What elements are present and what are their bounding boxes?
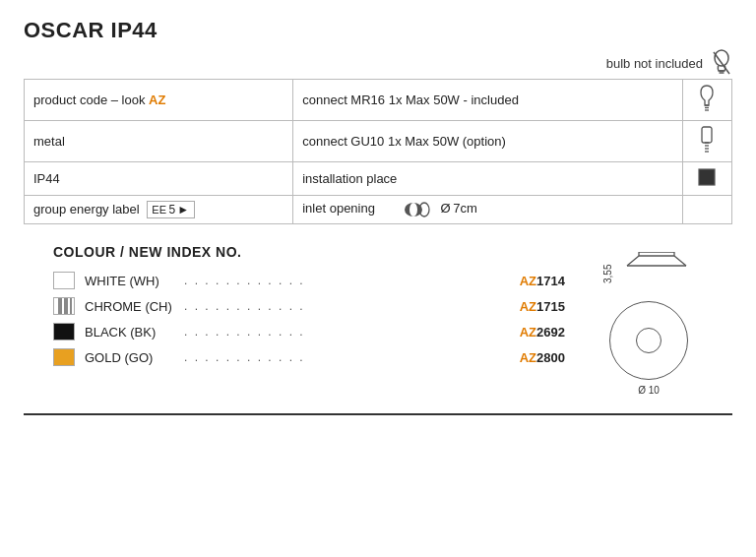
row2-value: connect GU10 1x Max 50W (option) [293,121,682,162]
energy-ee: EE [152,204,166,216]
product-title: OSCAR IP44 [24,18,732,43]
diagram-circle [609,301,688,380]
row1-label-prefix: product code – look [33,93,149,107]
row4-value-text: inlet opening [302,201,375,216]
colours-title: COLOUR / NEW INDEX NO. [53,244,565,260]
colour-number: 2800 [536,350,565,365]
diagram-top: 3,55 [602,244,696,283]
row3-label: IP44 [25,162,293,196]
energy-arrow: ► [177,203,189,217]
row1-label-az: AZ [149,93,165,107]
colour-swatch [53,323,75,340]
colour-number: 1714 [536,274,565,288]
colour-rows: WHITE (WH). . . . . . . . . . . .AZ1714C… [53,272,565,366]
colours-left: COLOUR / NEW INDEX NO. WHITE (WH). . . .… [53,244,565,374]
colour-number: 2692 [536,325,565,340]
colour-name: CHROME (CH) [85,299,178,314]
colour-name: BLACK (BK) [85,325,178,340]
energy-number: 5 [168,203,175,217]
row4-icon [682,196,731,224]
colours-section: COLOUR / NEW INDEX NO. WHITE (WH). . . .… [24,244,732,396]
row4-opening-icon [404,201,437,216]
bulb-not-included-label: bulb not included [606,56,703,71]
colour-name: GOLD (GO) [85,350,178,365]
colour-code: AZ2800 [520,350,565,365]
table-row: group energy label EE 5 ► inlet opening [25,196,732,224]
colour-az: AZ [520,350,536,365]
diagram-top-svg [617,252,696,281]
row1-icon [682,80,731,121]
svg-rect-7 [702,127,712,143]
colour-row: BLACK (BK). . . . . . . . . . . .AZ2692 [53,323,565,340]
colour-az: AZ [520,274,536,288]
svg-rect-12 [699,169,715,185]
colour-swatch [53,297,75,315]
colour-swatch [53,348,75,366]
colour-row: GOLD (GO). . . . . . . . . . . .AZ2800 [53,348,565,366]
svg-line-19 [674,256,686,266]
row4-value: inlet opening Ø 7cm [293,196,682,224]
colour-code: AZ1714 [520,274,565,288]
table-row: metal connect GU10 1x Max 50W (option) [25,121,732,162]
row4-label-prefix: group energy label [33,202,140,217]
colour-az: AZ [520,325,536,340]
row3-icon [682,162,731,196]
spec-table: product code – look AZ connect MR16 1x M… [24,79,732,224]
colour-code: AZ1715 [520,299,565,314]
bulb-not-included-icon [711,49,732,77]
row2-icon [682,121,731,162]
row3-value: installation place [293,162,682,196]
colour-dots: . . . . . . . . . . . . [184,350,514,364]
colour-name: WHITE (WH) [85,274,178,288]
row4-label: group energy label EE 5 ► [25,196,293,224]
table-row: product code – look AZ connect MR16 1x M… [25,80,732,121]
row1-value: connect MR16 1x Max 50W - included [293,80,682,121]
row2-label: metal [25,121,293,162]
table-row: IP44 installation place [25,162,732,196]
diagram-bottom-dim: Ø 10 [638,385,660,396]
colour-dots: . . . . . . . . . . . . [184,325,514,339]
diagram: 3,55 Ø 10 [565,244,732,396]
colour-dots: . . . . . . . . . . . . [184,274,514,287]
bottom-line [24,413,732,415]
colour-az: AZ [520,299,536,314]
colour-code: AZ2692 [520,325,565,340]
energy-badge: EE 5 ► [147,201,195,218]
row4-dim: Ø 7cm [440,201,476,216]
colour-dots: . . . . . . . . . . . . [184,299,514,313]
colour-swatch [53,272,75,289]
diagram-side-dim: 3,55 [602,244,613,283]
svg-point-14 [410,203,417,217]
colour-row: WHITE (WH). . . . . . . . . . . .AZ1714 [53,272,565,289]
svg-line-17 [627,256,639,266]
diagram-circle-inner [636,328,662,353]
row1-label: product code – look AZ [25,80,293,121]
colour-row: CHROME (CH). . . . . . . . . . . .AZ1715 [53,297,565,315]
colour-number: 1715 [536,299,565,314]
bulb-not-included-row: bulb not included [24,49,732,77]
